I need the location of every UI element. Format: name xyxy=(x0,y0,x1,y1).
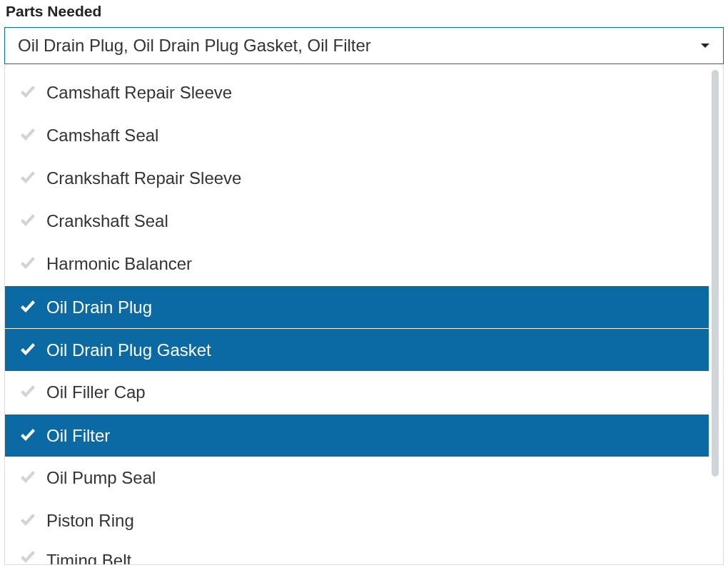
option-label: Crankshaft Repair Sleeve xyxy=(46,168,241,188)
option-label: Harmonic Balancer xyxy=(46,254,192,274)
option-crankshaft-seal[interactable]: Crankshaft Seal xyxy=(5,200,709,243)
option-oil-pump-seal[interactable]: Oil Pump Seal xyxy=(5,457,709,499)
option-oil-drain-plug[interactable]: Oil Drain Plug xyxy=(5,285,709,328)
parts-needed-select[interactable]: Oil Drain Plug, Oil Drain Plug Gasket, O… xyxy=(4,27,724,64)
option-label: Oil Pump Seal xyxy=(46,468,156,488)
check-icon xyxy=(19,343,36,357)
select-value: Oil Drain Plug, Oil Drain Plug Gasket, O… xyxy=(18,36,371,56)
option-oil-filler-cap[interactable]: Oil Filler Cap xyxy=(5,371,709,414)
check-icon xyxy=(19,86,36,100)
check-icon xyxy=(19,300,36,315)
option-oil-filter[interactable]: Oil Filter xyxy=(5,414,709,457)
check-icon xyxy=(19,128,36,143)
option-crankshaft-repair-sleeve[interactable]: Crankshaft Repair Sleeve xyxy=(5,157,709,200)
parts-needed-dropdown[interactable]: Camshaft Repair SleeveCamshaft SealCrank… xyxy=(4,64,724,565)
option-camshaft-repair-sleeve[interactable]: Camshaft Repair Sleeve xyxy=(5,71,709,114)
option-label: Oil Filler Cap xyxy=(46,382,146,402)
option-label: Timing Belt xyxy=(46,551,131,565)
scrollbar-thumb[interactable] xyxy=(712,70,719,477)
option-piston-ring[interactable]: Piston Ring xyxy=(5,499,709,542)
check-icon xyxy=(19,471,36,485)
check-icon xyxy=(19,257,36,271)
option-label: Oil Drain Plug xyxy=(46,297,152,317)
check-icon xyxy=(19,385,36,400)
option-label: Oil Filter xyxy=(46,426,110,446)
option-timing-belt[interactable]: Timing Belt xyxy=(5,542,709,565)
check-icon xyxy=(19,429,36,443)
option-label: Crankshaft Seal xyxy=(46,211,168,231)
check-icon xyxy=(19,214,36,228)
check-icon xyxy=(19,551,36,565)
check-icon xyxy=(19,171,36,185)
option-label: Camshaft Seal xyxy=(46,126,158,146)
option-harmonic-balancer[interactable]: Harmonic Balancer xyxy=(5,243,709,285)
caret-down-icon xyxy=(700,42,710,49)
option-label: Camshaft Repair Sleeve xyxy=(46,83,232,103)
check-icon xyxy=(19,514,36,528)
option-label: Piston Ring xyxy=(46,511,134,531)
option-label: Oil Drain Plug Gasket xyxy=(46,340,211,360)
option-camshaft-seal[interactable]: Camshaft Seal xyxy=(5,114,709,157)
option-oil-drain-plug-gasket[interactable]: Oil Drain Plug Gasket xyxy=(5,328,709,371)
field-label: Parts Needed xyxy=(4,3,724,20)
